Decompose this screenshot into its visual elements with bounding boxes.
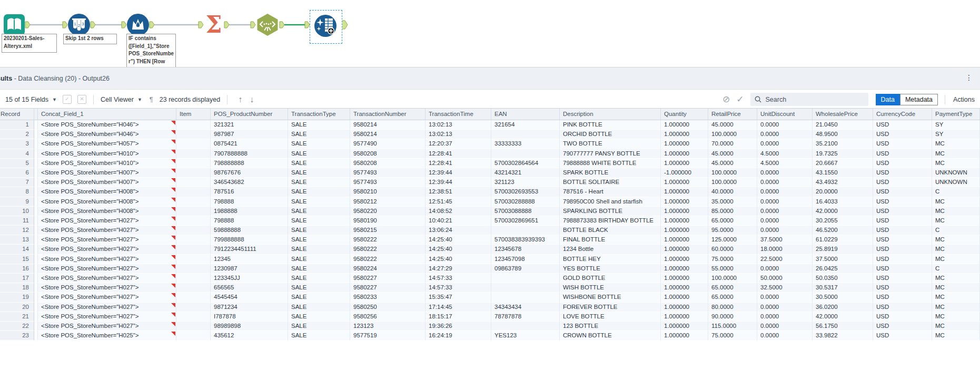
header-cell-transactionnumber[interactable]: TransactionNumber <box>350 109 425 120</box>
cell-quantity[interactable]: 1.000000 <box>661 207 708 216</box>
up-arrow-icon[interactable]: ↑ <box>238 95 242 104</box>
cell-ean[interactable]: 5700302869651 <box>491 216 560 226</box>
cell-currencycode[interactable]: USD <box>873 331 932 341</box>
cell-record[interactable]: 11 <box>0 216 34 226</box>
search-input[interactable] <box>765 95 856 104</box>
cell-concat_field_1[interactable]: <Store POS_StoreNumber="H027"> <box>38 216 176 226</box>
cell-pos_productnumber[interactable]: 787516 <box>211 187 288 197</box>
cell-currencycode[interactable]: USD <box>873 207 932 216</box>
cell-currencycode[interactable]: USD <box>873 197 932 207</box>
cell-quantity[interactable]: -1.000000 <box>661 168 708 178</box>
cell-transactionnumber[interactable]: 9580214 <box>350 130 425 139</box>
cell-quantity[interactable]: 1.000000 <box>661 178 708 187</box>
cell-paymenttype[interactable]: MC <box>932 283 980 293</box>
cell-transactionnumber[interactable]: 9580233 <box>350 293 425 302</box>
cell-item[interactable] <box>176 130 211 139</box>
no-symbol-icon[interactable]: ⊘ <box>722 94 730 105</box>
cell-concat_field_1[interactable]: <Store POS_StoreNumber="H008"> <box>38 187 176 197</box>
cell-spacer[interactable] <box>34 197 38 207</box>
fields-dropdown[interactable]: 15 of 15 Fields ▼ <box>5 96 57 103</box>
cell-retailprice[interactable]: 70.0000 <box>708 139 757 149</box>
cell-ean[interactable]: 78787878 <box>491 312 560 322</box>
workflow-canvas[interactable]: 1 2 3 Σ <box>0 0 980 67</box>
cell-quantity[interactable]: 1.000000 <box>661 235 708 245</box>
cell-spacer[interactable] <box>34 322 38 331</box>
cell-wholesaleprice[interactable]: 37.5000 <box>813 255 873 264</box>
cell-transactiontype[interactable]: SALE <box>288 283 350 293</box>
cell-paymenttype[interactable]: MC <box>932 149 980 159</box>
cell-pos_productnumber[interactable]: 799888888 <box>211 235 288 245</box>
cell-transactiontime[interactable]: 14:57:33 <box>425 283 491 293</box>
cell-transactionnumber[interactable]: 9580208 <box>350 159 425 168</box>
cell-retailprice[interactable]: 100.0000 <box>708 168 757 178</box>
cell-unitdiscount[interactable]: 0.0000 <box>757 216 813 226</box>
cell-concat_field_1[interactable]: <Store POS_StoreNumber="H027"> <box>38 283 176 293</box>
cell-pos_productnumber[interactable]: 98989898 <box>211 322 288 331</box>
actions-button[interactable]: Actions <box>953 96 975 103</box>
cell-paymenttype[interactable]: C <box>932 226 980 235</box>
cell-spacer[interactable] <box>34 178 38 187</box>
cell-transactionnumber[interactable]: 9580227 <box>350 274 425 283</box>
output-tool-selected[interactable] <box>314 14 337 40</box>
cell-item[interactable] <box>176 331 211 341</box>
cell-pos_productnumber[interactable]: 798888 <box>211 216 288 226</box>
cell-wholesaleprice[interactable]: 20.6667 <box>813 159 873 168</box>
cell-currencycode[interactable]: USD <box>873 312 932 322</box>
cell-transactiontime[interactable]: 14:25:40 <box>425 255 491 264</box>
cell-unitdiscount[interactable]: 0.0000 <box>757 293 813 302</box>
cell-transactionnumber[interactable]: 9580220 <box>350 207 425 216</box>
cell-item[interactable] <box>176 303 211 312</box>
cell-transactiontime[interactable]: 13:02:13 <box>425 130 491 139</box>
cell-paymenttype[interactable]: MC <box>932 331 980 341</box>
cell-spacer[interactable] <box>34 159 38 168</box>
cell-transactiontype[interactable]: SALE <box>288 197 350 207</box>
cell-description[interactable]: BOTTLE SOLITAIRE <box>560 178 661 187</box>
cell-retailprice[interactable]: 100.0000 <box>708 274 757 283</box>
cell-transactiontype[interactable]: SALE <box>288 149 350 159</box>
cell-transactiontype[interactable]: SALE <box>288 274 350 283</box>
cell-pos_productnumber[interactable]: 12345 <box>211 255 288 264</box>
cell-transactiontime[interactable]: 12:39:44 <box>425 168 491 178</box>
cell-transactionnumber[interactable]: 9580208 <box>350 149 425 159</box>
cell-item[interactable] <box>176 139 211 149</box>
cell-record[interactable]: 9 <box>0 197 34 207</box>
cell-item[interactable] <box>176 235 211 245</box>
cell-transactiontime[interactable]: 16:24:19 <box>425 331 491 341</box>
cell-item[interactable] <box>176 283 211 293</box>
cell-transactionnumber[interactable]: 9580212 <box>350 197 425 207</box>
cell-item[interactable] <box>176 207 211 216</box>
cell-transactiontime[interactable]: 14:25:40 <box>425 235 491 245</box>
cell-retailprice[interactable]: 45.0000 <box>708 159 757 168</box>
cell-retailprice[interactable]: 45.0000 <box>708 149 757 159</box>
cell-unitdiscount[interactable]: 0.0000 <box>757 139 813 149</box>
cell-concat_field_1[interactable]: <Store POS_StoreNumber="H027"> <box>38 226 176 235</box>
cell-pos_productnumber[interactable]: 1230987 <box>211 264 288 274</box>
cell-transactiontype[interactable]: SALE <box>288 226 350 235</box>
cell-pos_productnumber[interactable]: 0875421 <box>211 139 288 149</box>
cell-ean[interactable] <box>491 226 560 235</box>
cell-record[interactable]: 23 <box>0 331 34 341</box>
cell-transactiontype[interactable]: SALE <box>288 159 350 168</box>
metadata-tab-button[interactable]: Metadata <box>900 94 938 105</box>
cell-transactionnumber[interactable]: 9580210 <box>350 187 425 197</box>
cell-spacer[interactable] <box>34 187 38 197</box>
cell-transactiontype[interactable]: SALE <box>288 331 350 341</box>
data-cleansing-tool[interactable] <box>255 13 280 39</box>
cell-transactiontype[interactable]: SALE <box>288 245 350 254</box>
cell-quantity[interactable]: 1.000000 <box>661 312 708 322</box>
cell-pos_productnumber[interactable]: 656565 <box>211 283 288 293</box>
cell-ean[interactable]: YES123 <box>491 331 560 341</box>
cell-currencycode[interactable]: USD <box>873 178 932 187</box>
cell-concat_field_1[interactable]: <Store POS_StoreNumber="H027"> <box>38 293 176 302</box>
cell-paymenttype[interactable]: MC <box>932 216 980 226</box>
header-cell-transactiontype[interactable]: TransactionType <box>288 109 350 120</box>
cell-ean[interactable]: 570030288888 <box>491 197 560 207</box>
cell-currencycode[interactable]: USD <box>873 283 932 293</box>
cell-paymenttype[interactable]: C <box>932 187 980 197</box>
cell-concat_field_1[interactable]: <Store POS_StoreNumber="H027"> <box>38 264 176 274</box>
cell-description[interactable]: CROWN BOTTLE <box>560 331 661 341</box>
cell-wholesaleprice[interactable]: 48.9500 <box>813 130 873 139</box>
cell-paymenttype[interactable]: MC <box>932 322 980 331</box>
cell-unitdiscount[interactable]: 0.0000 <box>757 331 813 341</box>
cell-retailprice[interactable]: 65.0000 <box>708 216 757 226</box>
